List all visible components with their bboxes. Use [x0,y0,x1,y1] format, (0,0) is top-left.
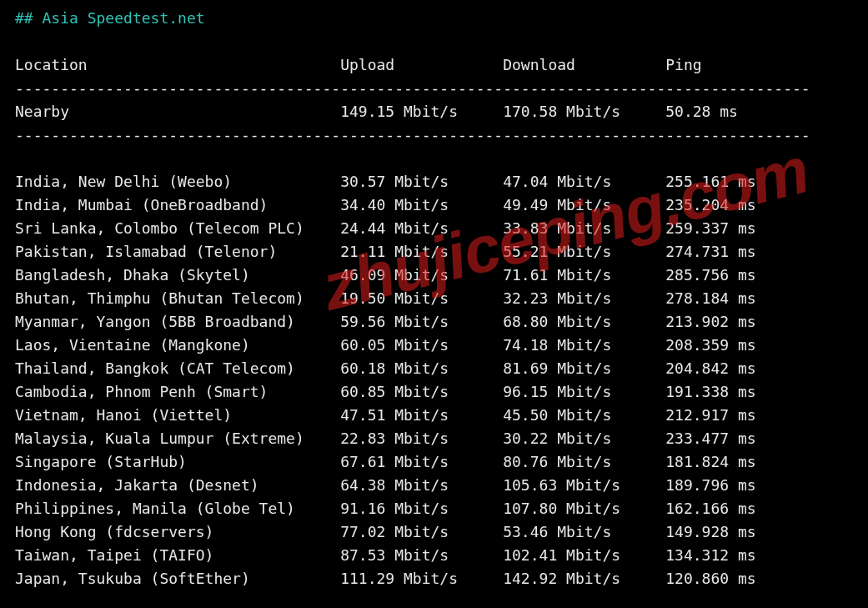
table-row: Singapore (StarHub) 67.61 Mbit/s 80.76 M… [15,453,756,470]
table-row: Taiwan, Taipei (TAIFO) 87.53 Mbit/s 102.… [15,546,756,564]
table-row: India, Mumbai (OneBroadband) 34.40 Mbit/… [15,196,756,214]
table-row: Sri Lanka, Colombo (Telecom PLC) 24.44 M… [15,219,756,237]
terminal-output: ## Asia Speedtest.net Location Upload Do… [0,0,868,608]
table-row: India, New Delhi (Weebo) 30.57 Mbit/s 47… [15,173,756,190]
divider: ----------------------------------------… [15,79,810,97]
table-row: Indonesia, Jakarta (Desnet) 64.38 Mbit/s… [15,476,756,494]
section-title: ## Asia Speedtest.net [15,9,205,27]
table-body: India, New Delhi (Weebo) 30.57 Mbit/s 47… [15,173,756,587]
table-row: Cambodia, Phnom Penh (Smart) 60.85 Mbit/… [15,383,756,400]
table-row: Pakistan, Islamabad (Telenor) 21.11 Mbit… [15,243,756,260]
table-row: Thailand, Bangkok (CAT Telecom) 60.18 Mb… [15,359,756,377]
blank-row [15,149,24,167]
table-row: Japan, Tsukuba (SoftEther) 111.29 Mbit/s… [15,570,756,587]
table-row: Vietnam, Hanoi (Viettel) 47.51 Mbit/s 45… [15,406,756,424]
table-row: Laos, Vientaine (Mangkone) 60.05 Mbit/s … [15,336,756,354]
divider: ----------------------------------------… [15,126,810,143]
table-row: Malaysia, Kuala Lumpur (Extreme) 22.83 M… [15,430,756,447]
table-row: Hong Kong (fdcservers) 77.02 Mbit/s 53.4… [15,523,756,540]
table-row: Myanmar, Yangon (5BB Broadband) 59.56 Mb… [15,313,756,330]
header-row: Location Upload Download Ping [15,56,702,73]
table-row: Bhutan, Thimphu (Bhutan Telecom) 19.50 M… [15,289,756,307]
table-row: Philippines, Manila (Globe Tel) 91.16 Mb… [15,500,756,517]
nearby-row: Nearby 149.15 Mbit/s 170.58 Mbit/s 50.28… [15,103,738,120]
table-row: Bangladesh, Dhaka (Skytel) 46.09 Mbit/s … [15,266,756,284]
